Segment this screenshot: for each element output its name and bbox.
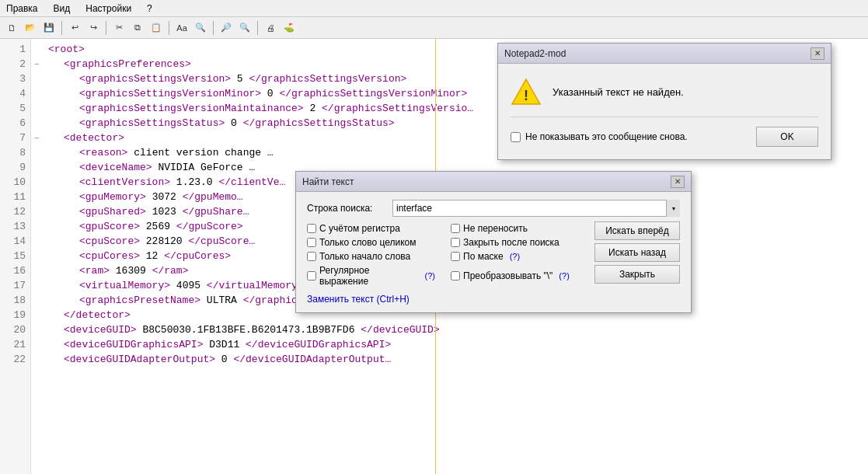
- cb-word-start-label: Только начало слова: [319, 251, 410, 262]
- menu-help[interactable]: ?: [144, 2, 155, 15]
- replace-link[interactable]: Заменить текст (Ctrl+H): [307, 294, 410, 305]
- tb-new-btn[interactable]: 🗋: [3, 19, 20, 37]
- np-titlebar: Notepad2-mod ✕: [498, 44, 831, 64]
- cb-regex-help[interactable]: (?): [425, 271, 435, 281]
- cb-mask: По маске (?): [451, 251, 579, 262]
- cb-whole-word-input[interactable]: [307, 238, 316, 247]
- tb-sep5: [257, 21, 258, 35]
- find-search-label: Строка поиска:: [307, 203, 392, 214]
- find-input-wrapper: ▾: [392, 200, 680, 217]
- cb-transform: Преобразовывать "\" (?): [451, 265, 579, 287]
- cb-close-after-label: Закрыть после поиска: [463, 237, 559, 248]
- code-line-21: <deviceGUIDGraphicsAPI> D3D11 </deviceGU…: [48, 337, 862, 352]
- np-dont-show-checkbox[interactable]: [511, 132, 521, 142]
- cb-word-start: Только начало слова: [307, 251, 435, 262]
- np-ok-btn[interactable]: OK: [756, 127, 818, 147]
- find-dialog-titlebar: Найти текст ✕: [296, 172, 691, 192]
- tb-find-btn[interactable]: 🔍: [192, 19, 209, 37]
- tb-print-btn[interactable]: 🖨: [262, 19, 279, 37]
- find-action-buttons: Искать вперёд Искать назад Закрыть: [594, 221, 680, 284]
- tb-save-btn[interactable]: 💾: [40, 19, 58, 37]
- cb-regex-label: Регулярное выражение: [319, 265, 419, 287]
- find-search-row: Строка поиска: ▾: [307, 200, 680, 217]
- cb-transform-help[interactable]: (?): [559, 271, 569, 281]
- menu-bar: Правка Вид Настройки ?: [0, 0, 868, 17]
- cb-transform-label: Преобразовывать "\": [463, 270, 553, 281]
- np-message-text: Указанный текст не найден.: [553, 86, 684, 98]
- find-checkboxes: С учётом регистра Не переносить Только с…: [307, 223, 579, 287]
- menu-nastroyki[interactable]: Настройки: [82, 2, 134, 15]
- np-checkbox-row: Не показывать это сообщение снова.: [511, 131, 688, 142]
- tb-sep4: [213, 21, 214, 35]
- find-input-dropdown-btn[interactable]: ▾: [666, 200, 680, 217]
- code-line-22: <deviceGUIDAdapterOutput> 0 </deviceGUID…: [48, 352, 862, 367]
- warning-icon: !: [511, 76, 542, 107]
- cb-whole-word: Только слово целиком: [307, 237, 435, 248]
- np-divider: [511, 117, 818, 117]
- tb-format-btn[interactable]: Аа: [173, 19, 190, 37]
- fold-column: − −: [31, 39, 42, 474]
- code-line-20: <deviceGUID> B8C50030.1FB13BFE.B6201473.…: [48, 322, 862, 337]
- tb-copy-btn[interactable]: ⧉: [129, 19, 146, 37]
- cb-mask-input[interactable]: [451, 252, 460, 261]
- tb-sep2: [106, 21, 106, 35]
- toolbar: 🗋 📂 💾 ↩ ↪ ✂ ⧉ 📋 Аа 🔍 🔎 🔍 🖨 ⛳: [0, 17, 868, 39]
- cb-close-after: Закрыть после поиска: [451, 237, 579, 248]
- cb-regex-input[interactable]: [307, 271, 316, 281]
- tb-open-btn[interactable]: 📂: [22, 19, 39, 37]
- np-message-row: ! Указанный текст не найден.: [511, 76, 818, 107]
- tb-cut-btn[interactable]: ✂: [110, 19, 127, 37]
- cb-word-start-input[interactable]: [307, 252, 316, 261]
- cb-mask-help[interactable]: (?): [510, 252, 520, 261]
- tb-undo-btn[interactable]: ↩: [66, 19, 83, 37]
- cb-no-wrap-label: Не переносить: [463, 223, 528, 234]
- menu-vid[interactable]: Вид: [51, 2, 74, 15]
- np-dont-show-label: Не показывать это сообщение снова.: [525, 131, 688, 142]
- np-title: Notepad2-mod: [504, 48, 566, 59]
- find-dialog-title: Найти текст: [302, 176, 354, 187]
- find-back-btn[interactable]: Искать назад: [594, 243, 680, 262]
- find-forward-btn[interactable]: Искать вперёд: [594, 221, 680, 240]
- np-buttons-row: OK: [756, 127, 818, 147]
- line-numbers: 12345 678910 1112131415 1617181920 2122: [0, 39, 31, 474]
- find-dialog: Найти текст ✕ Строка поиска: ▾ С учётом …: [295, 171, 692, 313]
- tb-misc-btn[interactable]: ⛳: [281, 19, 298, 37]
- cb-case-sensitive: С учётом регистра: [307, 223, 435, 234]
- notepad-dialog: Notepad2-mod ✕ ! Указанный текст не найд…: [497, 43, 831, 160]
- menu-pravka[interactable]: Правка: [3, 2, 41, 15]
- cb-regex: Регулярное выражение (?): [307, 265, 435, 287]
- np-bottom-row: Не показывать это сообщение снова. OK: [511, 127, 818, 147]
- replace-link-row: Заменить текст (Ctrl+H): [307, 293, 680, 305]
- find-close-btn[interactable]: Закрыть: [594, 265, 680, 284]
- cb-no-wrap-input[interactable]: [451, 224, 460, 233]
- cb-case-sensitive-input[interactable]: [307, 224, 316, 233]
- np-body: ! Указанный текст не найден. Не показыва…: [498, 64, 831, 159]
- svg-text:!: !: [524, 88, 528, 103]
- np-close-btn[interactable]: ✕: [810, 47, 824, 60]
- cb-close-after-input[interactable]: [451, 238, 460, 247]
- tb-sep3: [169, 21, 169, 35]
- cb-mask-label: По маске: [463, 251, 504, 262]
- tb-redo-btn[interactable]: ↪: [85, 19, 102, 37]
- tb-zoomin-btn[interactable]: 🔎: [218, 19, 235, 37]
- tb-zoomout-btn[interactable]: 🔍: [236, 19, 253, 37]
- cb-case-sensitive-label: С учётом регистра: [319, 223, 400, 234]
- find-body: Строка поиска: ▾ С учётом регистра Не пе…: [296, 192, 691, 312]
- tb-paste-btn[interactable]: 📋: [148, 19, 165, 37]
- find-dialog-close-btn[interactable]: ✕: [671, 176, 685, 188]
- cb-whole-word-label: Только слово целиком: [319, 237, 417, 248]
- cb-transform-input[interactable]: [451, 271, 460, 281]
- cb-no-wrap: Не переносить: [451, 223, 579, 234]
- tb-sep1: [61, 21, 62, 35]
- find-search-input[interactable]: [392, 200, 680, 217]
